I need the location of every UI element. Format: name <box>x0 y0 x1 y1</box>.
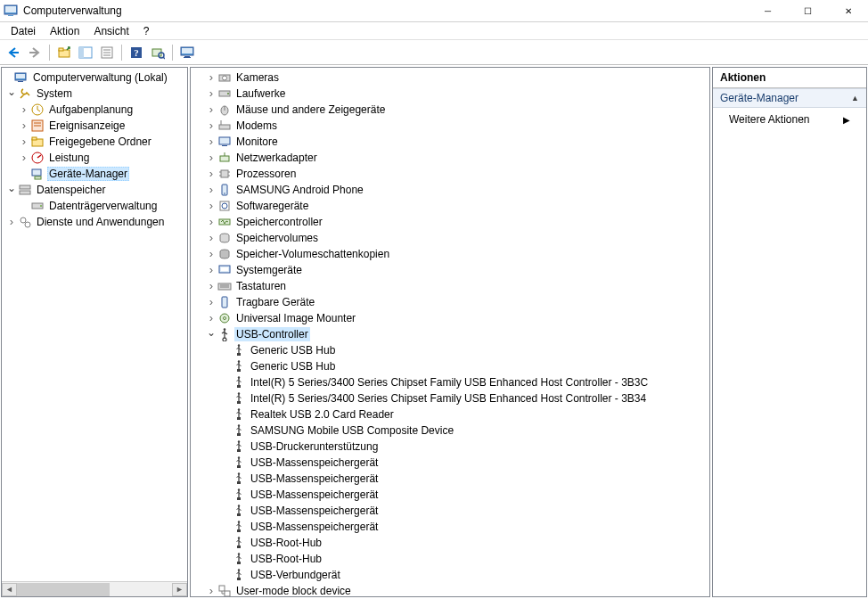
maximize-button[interactable]: ☐ <box>788 0 828 21</box>
horizontal-scrollbar[interactable]: ◄ ► <box>2 581 187 596</box>
device-node-cat-8[interactable]: Softwaregeräte <box>191 198 709 214</box>
device-node-cat-6[interactable]: Prozessoren <box>191 166 709 182</box>
expand-toggle-icon[interactable] <box>18 103 30 117</box>
device-node-usb-controller[interactable]: USB-Controller <box>191 326 709 342</box>
tree-node-eventviewer[interactable]: Ereignisanzeige <box>2 118 187 134</box>
tree-node-devicemanager[interactable]: Geräte-Manager <box>2 166 187 182</box>
device-node-cat-7[interactable]: SAMSUNG Android Phone <box>191 182 709 198</box>
actions-section-header[interactable]: Geräte-Manager ▲ <box>713 88 866 108</box>
scroll-track[interactable] <box>17 583 172 596</box>
device-node-usb-child-5[interactable]: SAMSUNG Mobile USB Composite Device <box>191 423 709 439</box>
device-node-cat-1[interactable]: Laufwerke <box>191 86 709 102</box>
expand-toggle-icon[interactable] <box>205 200 217 213</box>
expand-toggle-icon[interactable] <box>5 184 18 196</box>
expand-toggle-icon[interactable] <box>205 168 217 181</box>
expand-toggle-icon[interactable] <box>18 135 30 149</box>
device-node-cat-12[interactable]: Systemgeräte <box>191 262 709 278</box>
properties-button[interactable] <box>97 43 117 62</box>
actions-more-item[interactable]: Weitere Aktionen ▶ <box>713 108 866 131</box>
device-node-usb-child-6[interactable]: USB-Druckerunterstützung <box>191 439 709 455</box>
help-button[interactable]: ? <box>127 43 146 62</box>
device-node-usb-child-14[interactable]: USB-Verbundgerät <box>191 567 709 583</box>
expand-toggle-icon[interactable] <box>18 152 30 165</box>
tree-node-storage[interactable]: Datenspeicher <box>2 182 187 198</box>
device-node-cat-3[interactable]: Modems <box>191 118 709 134</box>
device-node-usb-child-8[interactable]: USB-Massenspeichergerät <box>191 471 709 487</box>
scroll-left-button[interactable]: ◄ <box>2 583 17 596</box>
device-node-usb-child-10[interactable]: USB-Massenspeichergerät <box>191 503 709 519</box>
expand-toggle-icon[interactable] <box>205 103 217 117</box>
menu-action[interactable]: Aktion <box>43 23 86 39</box>
show-hide-tree-button[interactable] <box>76 43 95 62</box>
device-node-usb-child-1[interactable]: Generic USB Hub <box>191 358 709 374</box>
expand-toggle-icon[interactable] <box>205 216 217 229</box>
device-label: User-mode block device <box>234 584 353 596</box>
expand-toggle-icon[interactable] <box>205 87 217 101</box>
device-node-cat-0[interactable]: Kameras <box>191 70 709 86</box>
expand-toggle-icon[interactable] <box>205 119 217 133</box>
tree-node-system[interactable]: System <box>2 86 187 102</box>
device-node-usb-child-9[interactable]: USB-Massenspeichergerät <box>191 487 709 503</box>
device-node-usb-child-13[interactable]: USB-Root-Hub <box>191 551 709 567</box>
nav-forward-button[interactable] <box>25 43 45 62</box>
expand-toggle-icon[interactable] <box>205 296 217 309</box>
expand-toggle-icon[interactable] <box>205 264 217 277</box>
device-node-usb-child-12[interactable]: USB-Root-Hub <box>191 535 709 551</box>
expand-toggle-icon[interactable] <box>18 119 30 133</box>
expand-toggle-icon[interactable] <box>205 152 217 165</box>
expand-toggle-icon[interactable] <box>205 312 217 325</box>
svg-point-100 <box>238 569 240 570</box>
expand-toggle-icon[interactable] <box>205 135 217 149</box>
expand-toggle-icon[interactable] <box>205 232 217 245</box>
device-node-usb-child-7[interactable]: USB-Massenspeichergerät <box>191 455 709 471</box>
svg-point-76 <box>238 376 240 378</box>
device-label: USB-Massenspeichergerät <box>249 488 380 502</box>
nav-back-button[interactable] <box>4 43 23 62</box>
device-node-usb-child-4[interactable]: Realtek USB 2.0 Card Reader <box>191 406 709 423</box>
expand-toggle-icon[interactable] <box>205 184 217 197</box>
device-tree[interactable]: KamerasLaufwerkeMäuse und andere Zeigege… <box>191 68 709 596</box>
device-node-usb-child-2[interactable]: Intel(R) 5 Series/3400 Series Chipset Fa… <box>191 374 709 390</box>
device-node-usb-child-0[interactable]: Generic USB Hub <box>191 342 709 358</box>
expand-toggle-icon[interactable] <box>205 328 217 341</box>
scroll-thumb[interactable] <box>17 583 110 596</box>
usbdev-icon <box>232 488 246 502</box>
monitor-button[interactable] <box>177 43 197 62</box>
expand-toggle-icon[interactable] <box>205 280 217 293</box>
menu-view[interactable]: Ansicht <box>86 23 135 39</box>
device-node-cat-4[interactable]: Monitore <box>191 134 709 150</box>
close-button[interactable]: ✕ <box>828 0 868 21</box>
device-node-cat-9[interactable]: Speichercontroller <box>191 214 709 230</box>
tree-node-services[interactable]: Dienste und Anwendungen <box>2 214 187 230</box>
device-node-cat-2[interactable]: Mäuse und andere Zeigegeräte <box>191 102 709 118</box>
menu-help[interactable]: ? <box>136 23 157 39</box>
device-label: Netzwerkadapter <box>234 151 319 165</box>
console-tree[interactable]: Computerverwaltung (Lokal) System Aufgab… <box>2 68 187 581</box>
device-node-usermode[interactable]: User-mode block device <box>191 583 709 596</box>
tree-node-diskmgmt[interactable]: Datenträgerverwaltung <box>2 198 187 214</box>
device-node-cat-15[interactable]: Universal Image Mounter <box>191 310 709 326</box>
up-button[interactable] <box>54 43 74 62</box>
expand-toggle-icon[interactable] <box>5 216 18 229</box>
tree-node-sharedfolders[interactable]: Freigegebene Ordner <box>2 134 187 150</box>
device-node-cat-13[interactable]: Tastaturen <box>191 278 709 294</box>
minimize-button[interactable]: ─ <box>748 0 788 21</box>
expand-toggle-icon[interactable] <box>205 248 217 261</box>
device-node-usb-child-11[interactable]: USB-Massenspeichergerät <box>191 519 709 535</box>
expand-toggle-icon[interactable] <box>5 87 18 100</box>
menu-file[interactable]: Datei <box>4 23 43 39</box>
scroll-right-button[interactable]: ► <box>172 583 187 596</box>
device-node-cat-5[interactable]: Netzwerkadapter <box>191 150 709 166</box>
clock-icon <box>30 103 45 117</box>
device-node-cat-14[interactable]: Tragbare Geräte <box>191 294 709 310</box>
device-node-cat-11[interactable]: Speicher-Volumeschattenkopien <box>191 246 709 262</box>
tree-node-performance[interactable]: Leistung <box>2 150 187 166</box>
device-node-usb-child-3[interactable]: Intel(R) 5 Series/3400 Series Chipset Fa… <box>191 390 709 406</box>
tree-root[interactable]: Computerverwaltung (Lokal) <box>2 70 187 86</box>
expand-toggle-icon[interactable] <box>205 585 217 597</box>
tree-node-scheduler[interactable]: Aufgabenplanung <box>2 102 187 118</box>
device-node-cat-10[interactable]: Speichervolumes <box>191 230 709 246</box>
expand-toggle-icon[interactable] <box>205 71 217 85</box>
svg-rect-91 <box>237 513 241 516</box>
scan-hardware-button[interactable] <box>148 43 168 62</box>
